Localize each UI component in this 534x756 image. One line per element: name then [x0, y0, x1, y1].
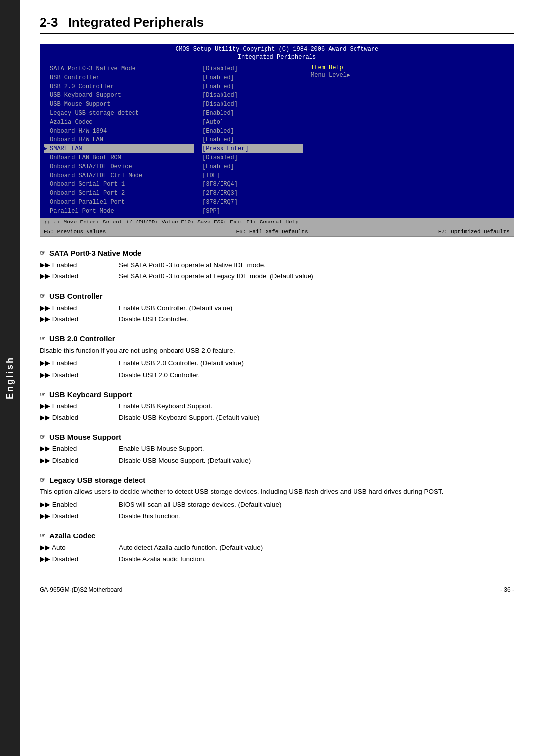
option-label: ▶▶ Disabled	[40, 314, 119, 324]
bios-row: Onboard SATA/IDE Ctrl Mode	[44, 171, 194, 180]
desc-heading-text: Azalia Codec	[49, 532, 95, 540]
desc-heading-text: USB Mouse Support	[49, 433, 121, 441]
bios-row: USB 2.0 Controller	[44, 82, 194, 91]
bios-row: Onboard Serial Port 1	[44, 180, 194, 189]
desc-heading-text: USB 2.0 Controller	[49, 334, 115, 343]
desc-heading: ☞ USB Mouse Support	[40, 433, 514, 441]
bios-value-row: [Disabled]	[202, 153, 303, 162]
bios-value-row: [IDE]	[202, 171, 303, 180]
desc-section-usb-20-controller: ☞ USB 2.0 Controller Disable this functi…	[40, 334, 514, 380]
option-label: ▶▶ Disabled	[40, 456, 119, 466]
bios-header: CMOS Setup Utility-Copyright (C) 1984-20…	[40, 44, 514, 62]
bios-row: USB Mouse Support	[44, 100, 194, 109]
section-arrow-icon: ☞	[40, 391, 45, 398]
desc-heading: ☞ USB 2.0 Controller	[40, 334, 514, 343]
section-arrow-icon: ☞	[40, 292, 45, 300]
main-content: 2-3Integrated Peripherals CMOS Setup Uti…	[20, 0, 534, 613]
bios-row: Legacy USB storage detect	[44, 109, 194, 118]
option-label: ▶▶ Enabled	[40, 303, 119, 313]
bios-row: Parallel Port Mode	[44, 207, 194, 216]
desc-option: ▶▶ Enabled Enable USB 2.0 Controller. (D…	[40, 358, 514, 368]
bios-value-row: [Enabled]	[202, 109, 303, 118]
desc-section-usb-keyboard: ☞ USB Keyboard Support ▶▶ Enabled Enable…	[40, 390, 514, 423]
desc-heading: ☞ USB Keyboard Support	[40, 390, 514, 399]
bios-row: Onboard H/W LAN	[44, 135, 194, 144]
bios-values-column: [Disabled][Enabled][Enabled][Disabled][D…	[198, 62, 307, 218]
option-desc: Enable USB Controller. (Default value)	[119, 303, 514, 313]
desc-section-usb-controller: ☞ USB Controller ▶▶ Enabled Enable USB C…	[40, 292, 514, 325]
bios-value-row: [2F8/IRQ3]	[202, 189, 303, 198]
option-desc: BIOS will scan all USB storage devices. …	[119, 500, 514, 510]
bios-value-row: [Enabled]	[202, 127, 303, 135]
desc-heading-text: SATA Port0-3 Native Mode	[49, 249, 141, 257]
bios-footer: ↑↓→←: Move Enter: Select +/-/PU/PD: Valu…	[40, 218, 514, 236]
desc-heading: ☞ USB Controller	[40, 292, 514, 300]
menu-level: Menu Level▶	[311, 71, 510, 79]
bios-footer-nav: ↑↓→←: Move Enter: Select +/-/PU/PD: Valu…	[44, 219, 299, 225]
section-arrow-icon: ☞	[40, 476, 45, 484]
option-desc: Auto detect Azalia audio function. (Defa…	[119, 543, 514, 553]
desc-heading: ☞ Legacy USB storage detect	[40, 476, 514, 484]
bios-value-row: [Disabled]	[202, 100, 303, 109]
desc-section-azalia-codec: ☞ Azalia Codec ▶▶ Auto Auto detect Azali…	[40, 532, 514, 565]
footer-left: GA-965GM-(D)S2 Motherboard	[40, 586, 122, 593]
option-label: ▶▶ Disabled	[40, 271, 119, 281]
option-desc: Disable USB Controller.	[119, 314, 514, 324]
option-desc: Set SATA Port0~3 to operate at Legacy ID…	[119, 271, 514, 281]
option-desc: Disable this function.	[119, 511, 514, 521]
desc-heading: ☞ SATA Port0-3 Native Mode	[40, 249, 514, 257]
section-arrow-icon: ☞	[40, 249, 45, 257]
bios-row: USB Keyboard Support	[44, 91, 194, 100]
bios-value-row: [Enabled]	[202, 135, 303, 144]
option-label: ▶▶ Disabled	[40, 370, 119, 380]
bios-value-row: [Press Enter]	[202, 144, 303, 153]
option-label: ▶▶ Enabled	[40, 500, 119, 510]
desc-heading: ☞ Azalia Codec	[40, 532, 514, 540]
bios-value-row: [Auto]	[202, 118, 303, 127]
bios-footer-f7: F7: Optimized Defaults	[438, 229, 510, 235]
option-label: ▶▶ Enabled	[40, 358, 119, 368]
bios-value-row: [3F8/IRQ4]	[202, 180, 303, 189]
option-label: ▶▶ Auto	[40, 543, 119, 553]
bios-row: OnBoard LAN Boot ROM	[44, 153, 194, 162]
bios-footer-f5: F5: Previous Values	[44, 229, 106, 235]
bios-value-row: [Disabled]	[202, 64, 303, 73]
bios-header-line1: CMOS Setup Utility-Copyright (C) 1984-20…	[40, 45, 514, 53]
desc-heading-text: USB Controller	[49, 292, 103, 300]
bios-value-row: [Enabled]	[202, 73, 303, 82]
section-heading: Integrated Peripherals	[68, 15, 204, 30]
bios-row: ▶SMART LAN	[44, 144, 194, 153]
bios-row: Onboard Serial Port 2	[44, 189, 194, 198]
desc-option: ▶▶ Disabled Disable USB Controller.	[40, 314, 514, 324]
option-desc: Disable USB 2.0 Controller.	[119, 370, 514, 380]
bios-setup-box: CMOS Setup Utility-Copyright (C) 1984-20…	[40, 44, 514, 237]
desc-option: ▶▶ Disabled Set SATA Port0~3 to operate …	[40, 271, 514, 281]
desc-option: ▶▶ Enabled Enable USB Controller. (Defau…	[40, 303, 514, 313]
section-arrow-icon: ☞	[40, 433, 45, 441]
option-desc: Set SATA Port0~3 to operate at Native ID…	[119, 260, 514, 270]
bios-help-column: Item Help Menu Level▶	[307, 62, 514, 218]
sidebar-label: English	[5, 356, 15, 399]
bios-value-row: [378/IRQ7]	[202, 198, 303, 207]
bios-footer-f6: F6: Fail-Safe Defaults	[236, 229, 308, 235]
section-title: 2-3Integrated Peripherals	[40, 15, 514, 34]
desc-option: ▶▶ Enabled Set SATA Port0~3 to operate a…	[40, 260, 514, 270]
bios-row: Azalia Codec	[44, 118, 194, 127]
option-desc: Enable USB 2.0 Controller. (Default valu…	[119, 358, 514, 368]
section-arrow-icon: ☞	[40, 335, 45, 342]
desc-section-sata-port: ☞ SATA Port0-3 Native Mode ▶▶ Enabled Se…	[40, 249, 514, 282]
desc-option: ▶▶ Enabled Enable USB Mouse Support.	[40, 444, 514, 454]
desc-para: This option allows users to decide wheth…	[40, 487, 514, 497]
desc-option: ▶▶ Disabled Disable USB 2.0 Controller.	[40, 370, 514, 380]
bios-footer-row1: ↑↓→←: Move Enter: Select +/-/PU/PD: Valu…	[44, 219, 510, 225]
bios-row: Onboard H/W 1394	[44, 127, 194, 135]
desc-section-usb-mouse: ☞ USB Mouse Support ▶▶ Enabled Enable US…	[40, 433, 514, 466]
desc-para: Disable this function if you are not usi…	[40, 346, 514, 356]
desc-option: ▶▶ Auto Auto detect Azalia audio functio…	[40, 543, 514, 553]
bios-value-row: [Enabled]	[202, 162, 303, 171]
desc-heading-text: Legacy USB storage detect	[49, 476, 145, 484]
desc-option: ▶▶ Enabled Enable USB Keyboard Support.	[40, 401, 514, 411]
bios-value-row: [Disabled]	[202, 91, 303, 100]
option-desc: Disable USB Mouse Support. (Default valu…	[119, 456, 514, 466]
bios-row: Onboard Parallel Port	[44, 198, 194, 207]
